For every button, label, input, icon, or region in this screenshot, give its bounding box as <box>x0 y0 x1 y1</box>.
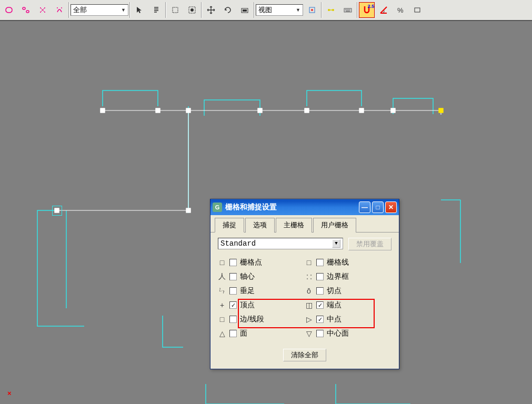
vertex-handle[interactable] <box>258 108 263 113</box>
opt-pivot: 人 轴心 <box>218 272 305 281</box>
opt-label: 栅格点 <box>240 258 262 267</box>
manipulate-tool-icon[interactable] <box>323 2 339 18</box>
opt-perpendicular: ㄣ 垂足 <box>218 286 305 296</box>
keyboard-icon[interactable] <box>340 2 356 18</box>
selection-marker <box>52 206 62 216</box>
checkbox[interactable] <box>229 273 237 280</box>
dialog-tabs: 捕捉 选项 主栅格 用户栅格 <box>210 215 399 233</box>
filter-select[interactable]: 全部 ▼ <box>71 4 128 16</box>
scale-tool-icon[interactable] <box>237 2 253 18</box>
bbox-icon: ⸬ <box>305 272 313 281</box>
rect-select-icon[interactable] <box>167 2 183 18</box>
opt-label: 栅格线 <box>327 258 349 267</box>
toolbar-separator <box>68 2 69 18</box>
svg-rect-8 <box>173 7 178 13</box>
endpoint-icon: ◫ <box>305 301 313 309</box>
filter-select-value: 全部 <box>73 5 87 15</box>
snap-type-select[interactable]: Standard ▼ <box>218 238 343 249</box>
dropdown-arrow-icon: ▼ <box>332 239 340 248</box>
opt-center-face: ▽ 中心面 <box>305 329 392 338</box>
rotate-tool-icon[interactable] <box>220 2 236 18</box>
tab-user-grid[interactable]: 用户栅格 <box>313 218 356 233</box>
close-button[interactable]: ✕ <box>385 201 397 213</box>
vertex-handle[interactable] <box>186 108 191 113</box>
toolbar-separator <box>254 2 255 18</box>
opt-label: 垂足 <box>240 286 255 296</box>
main-toolbar: 全部 ▼ 视图 ▼ 2.5 % <box>0 0 532 21</box>
dropdown-arrow-icon: ▼ <box>121 7 126 13</box>
vertex-handle-active[interactable] <box>439 108 444 113</box>
checkbox[interactable] <box>229 330 237 337</box>
svg-text:%: % <box>397 6 404 14</box>
opt-grid-point: □ 栅格点 <box>218 258 305 267</box>
vertex-handle[interactable] <box>156 108 160 113</box>
opt-label: 端点 <box>327 300 342 310</box>
move-tool-icon[interactable] <box>203 2 219 18</box>
cursor-cross-icon: × <box>7 389 12 397</box>
svg-rect-17 <box>344 8 352 12</box>
dialog-titlebar[interactable]: G 栅格和捕捉设置 — □ ✕ <box>210 199 399 215</box>
opt-tangent: ō 切点 <box>305 286 392 296</box>
percent-snap-icon[interactable]: % <box>393 2 408 18</box>
vertex-handle[interactable] <box>391 108 396 113</box>
angle-snap-icon[interactable] <box>376 2 392 18</box>
opt-label: 切点 <box>327 286 342 296</box>
checkbox[interactable] <box>316 287 324 295</box>
window-crossing-icon[interactable] <box>184 2 200 18</box>
opt-face: △ 面 <box>218 329 305 338</box>
checkbox[interactable] <box>316 259 324 266</box>
opt-edge: □ 边/线段 <box>218 315 305 324</box>
vertex-handle[interactable] <box>359 108 364 113</box>
opt-label: 面 <box>240 329 247 338</box>
toolbar-separator <box>321 2 322 18</box>
opt-grid-line: □ 栅格线 <box>305 258 392 267</box>
bind-tool-icon[interactable] <box>35 2 51 18</box>
opt-label: 轴心 <box>240 272 255 281</box>
checkbox[interactable] <box>229 287 237 295</box>
checkbox[interactable] <box>316 273 324 280</box>
dialog-body: Standard ▼ 禁用覆盖 □ 栅格点 □ 栅格线 <box>210 233 399 369</box>
pivot-icon: 人 <box>218 272 226 281</box>
link-tool-icon[interactable] <box>1 2 17 18</box>
checkbox[interactable]: ✓ <box>316 301 324 309</box>
maximize-button[interactable]: □ <box>372 201 384 213</box>
select-by-name-icon[interactable] <box>148 2 164 18</box>
unlink-tool-icon[interactable] <box>18 2 34 18</box>
svg-rect-1 <box>26 11 29 13</box>
toolbar-separator <box>129 2 131 18</box>
arrow-cursor-icon[interactable] <box>132 2 147 18</box>
minimize-button[interactable]: — <box>359 201 370 213</box>
pivot-center-icon[interactable] <box>304 2 320 18</box>
tab-main-grid[interactable]: 主栅格 <box>276 218 312 233</box>
opt-endpoint: ◫ ✓ 端点 <box>305 300 392 310</box>
snap-toggle-button[interactable]: 2.5 <box>359 2 375 18</box>
checkbox[interactable] <box>316 330 324 337</box>
tangent-icon: ō <box>305 287 313 295</box>
opt-label: 边/线段 <box>240 315 264 324</box>
coord-space-select[interactable]: 视图 ▼ <box>256 4 303 16</box>
snap-value-label: 2.5 <box>368 4 375 9</box>
opt-bbox: ⸬ 边界框 <box>305 272 392 281</box>
clear-all-button[interactable]: 清除全部 <box>283 349 326 361</box>
toolbar-separator <box>201 2 202 18</box>
vertex-handle[interactable] <box>101 108 105 113</box>
checkbox[interactable] <box>229 259 237 266</box>
checkbox[interactable] <box>229 316 237 323</box>
vertex-handle[interactable] <box>305 108 309 113</box>
tab-options[interactable]: 选项 <box>245 218 275 233</box>
checkbox[interactable]: ✓ <box>229 301 237 309</box>
vertex-handle[interactable] <box>186 208 191 213</box>
opt-vertex: + ✓ 顶点 <box>218 300 305 310</box>
svg-point-7 <box>61 7 62 8</box>
perpendicular-icon: ㄣ <box>218 286 226 296</box>
vertex-icon: + <box>218 301 226 309</box>
tab-snap[interactable]: 捕捉 <box>215 218 244 233</box>
opt-label: 顶点 <box>240 300 255 310</box>
grid-line-icon: □ <box>305 258 313 267</box>
checkbox[interactable]: ✓ <box>316 316 324 323</box>
face-icon: △ <box>218 329 226 338</box>
svg-rect-19 <box>415 8 420 12</box>
opt-label: 中心面 <box>327 329 349 338</box>
particle-tool-icon[interactable] <box>52 2 67 18</box>
spinner-snap-icon[interactable] <box>409 2 425 18</box>
